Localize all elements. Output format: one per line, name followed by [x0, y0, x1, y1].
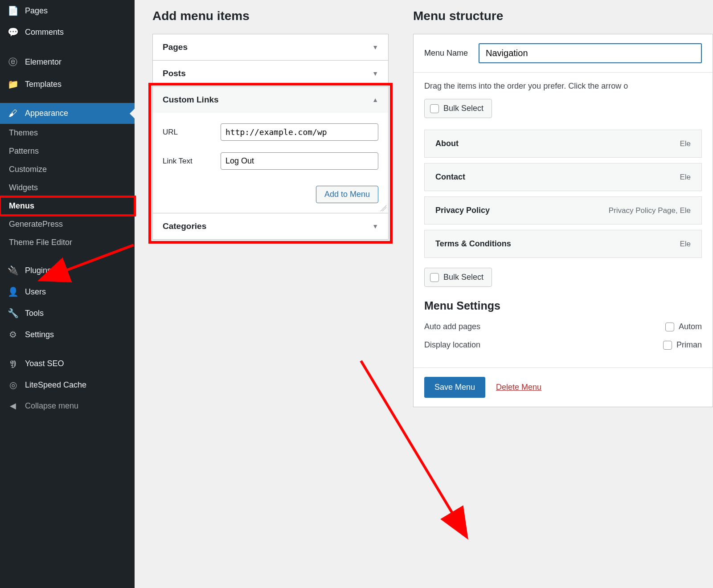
sidebar-sub-theme-file-editor[interactable]: Theme File Editor [0, 233, 135, 252]
menu-item-meta: Ele [680, 139, 691, 148]
templates-icon: 📁 [6, 79, 20, 90]
display-location-option[interactable]: Priman [663, 340, 702, 350]
sidebar-item-label: Templates [25, 80, 61, 89]
auto-add-pages-option[interactable]: Autom [665, 322, 702, 331]
chevron-down-icon: ▼ [372, 70, 378, 77]
menu-item-meta: Privacy Policy Page, Ele [609, 206, 691, 215]
litespeed-icon: ◎ [6, 380, 20, 390]
appearance-icon: 🖌 [6, 108, 20, 118]
add-menu-items-title: Add menu items [152, 9, 389, 23]
sidebar-item-label: Tools [25, 309, 44, 318]
menu-item-title: About [435, 139, 459, 148]
display-location-label: Display location [424, 340, 480, 350]
sidebar-item-plugins[interactable]: 🔌 Plugins [0, 260, 135, 281]
settings-icon: ⚙ [6, 329, 20, 340]
url-input[interactable] [221, 123, 378, 141]
elementor-icon: ⓔ [6, 56, 20, 68]
link-text-input[interactable] [221, 152, 378, 170]
accordion-label: Pages [163, 42, 188, 52]
menu-structure-panel: Menu Name Drag the items into the order … [413, 34, 713, 407]
add-menu-accordion: Pages ▼ Posts ▼ [152, 34, 389, 87]
resize-handle[interactable] [380, 205, 386, 211]
checkbox-icon [663, 341, 672, 350]
checkbox-icon [665, 323, 674, 331]
collapse-icon: ◀ [6, 401, 20, 411]
sidebar-item-label: Yoast SEO [25, 359, 64, 368]
chevron-down-icon: ▼ [372, 44, 378, 51]
sidebar-item-elementor[interactable]: ⓔ Elementor [0, 51, 135, 74]
plugins-icon: 🔌 [6, 265, 20, 276]
sidebar-sub-customize[interactable]: Customize [0, 160, 135, 179]
auto-add-pages-label: Auto add pages [424, 322, 480, 331]
sidebar-item-templates[interactable]: 📁 Templates [0, 74, 135, 95]
admin-sidebar: 📄 Pages 💬 Comments ⓔ Elementor 📁 Templat… [0, 0, 135, 588]
sidebar-sub-themes[interactable]: Themes [0, 124, 135, 142]
sidebar-item-label: Comments [25, 28, 64, 37]
sidebar-sub-widgets[interactable]: Widgets [0, 179, 135, 197]
link-text-label: Link Text [163, 157, 221, 166]
delete-menu-link[interactable]: Delete Menu [496, 383, 541, 392]
bulk-select-label: Bulk Select [443, 104, 484, 113]
menu-item[interactable]: Privacy Policy Privacy Policy Page, Ele [424, 196, 702, 225]
sidebar-item-settings[interactable]: ⚙ Settings [0, 324, 135, 345]
sidebar-item-label: LiteSpeed Cache [25, 380, 86, 390]
accordion-label: Custom Links [163, 95, 219, 105]
accordion-categories[interactable]: Categories ▼ [153, 213, 388, 239]
menu-item-meta: Ele [680, 173, 691, 182]
sidebar-item-label: Users [25, 287, 46, 297]
sidebar-item-tools[interactable]: 🔧 Tools [0, 302, 135, 324]
custom-links-panel: Custom Links ▲ URL Link Text [152, 87, 389, 240]
option-label: Priman [676, 340, 702, 350]
bulk-select-top[interactable]: Bulk Select [424, 99, 492, 118]
sidebar-sub-patterns[interactable]: Patterns [0, 142, 135, 160]
menu-name-input[interactable] [479, 43, 702, 63]
sidebar-sub-generatepress[interactable]: GeneratePress [0, 215, 135, 233]
chevron-down-icon: ▼ [372, 223, 378, 230]
yoast-icon: 𝖄 [6, 359, 20, 369]
sidebar-item-label: Elementor [25, 57, 61, 67]
menu-structure-title: Menu structure [413, 9, 713, 23]
tools-icon: 🔧 [6, 308, 20, 318]
menu-item[interactable]: Terms & Conditions Ele [424, 230, 702, 258]
sidebar-item-comments[interactable]: 💬 Comments [0, 21, 135, 43]
comments-icon: 💬 [6, 27, 20, 37]
checkbox-icon [430, 104, 439, 113]
chevron-up-icon: ▲ [372, 96, 378, 103]
bulk-select-bottom[interactable]: Bulk Select [424, 268, 492, 287]
custom-links-body: URL Link Text Add to Menu [153, 113, 388, 213]
pages-icon: 📄 [6, 5, 20, 16]
bulk-select-label: Bulk Select [443, 273, 484, 282]
menu-item-title: Contact [435, 172, 465, 182]
collapse-label: Collapse menu [25, 401, 78, 411]
sidebar-item-label: Plugins [25, 266, 51, 275]
add-to-menu-button[interactable]: Add to Menu [316, 186, 378, 203]
sidebar-item-label: Appearance [25, 109, 68, 118]
checkbox-icon [430, 273, 439, 282]
sidebar-item-users[interactable]: 👤 Users [0, 281, 135, 302]
menu-item-title: Privacy Policy [435, 206, 490, 215]
menu-settings-title: Menu Settings [424, 299, 702, 312]
sidebar-item-appearance[interactable]: 🖌 Appearance [0, 103, 135, 124]
sidebar-item-litespeed[interactable]: ◎ LiteSpeed Cache [0, 374, 135, 396]
url-label: URL [163, 128, 221, 137]
accordion-label: Posts [163, 69, 186, 78]
menu-item-meta: Ele [680, 240, 691, 249]
menu-item[interactable]: Contact Ele [424, 163, 702, 191]
sidebar-sub-menus[interactable]: Menus [0, 197, 135, 215]
accordion-custom-links[interactable]: Custom Links ▲ [153, 87, 388, 113]
menu-item[interactable]: About Ele [424, 130, 702, 158]
option-label: Autom [679, 322, 702, 331]
accordion-pages[interactable]: Pages ▼ [153, 34, 388, 60]
sidebar-item-label: Settings [25, 330, 54, 339]
accordion-posts[interactable]: Posts ▼ [153, 61, 388, 86]
users-icon: 👤 [6, 286, 20, 297]
save-menu-button[interactable]: Save Menu [424, 377, 485, 398]
sidebar-item-pages[interactable]: 📄 Pages [0, 0, 135, 21]
accordion-label: Categories [163, 221, 206, 231]
menu-item-title: Terms & Conditions [435, 239, 511, 249]
sidebar-item-label: Pages [25, 6, 48, 16]
drag-instructions: Drag the items into the order you prefer… [424, 82, 702, 91]
collapse-menu[interactable]: ◀ Collapse menu [0, 396, 135, 416]
menu-name-label: Menu Name [424, 49, 468, 58]
sidebar-item-yoast[interactable]: 𝖄 Yoast SEO [0, 353, 135, 374]
